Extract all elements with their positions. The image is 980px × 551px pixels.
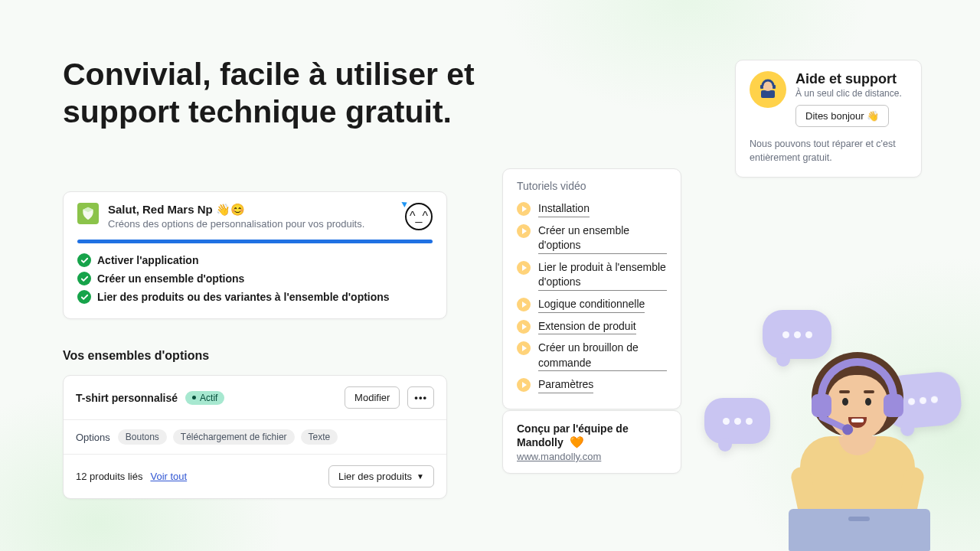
svg-rect-2 xyxy=(760,85,763,89)
option-set-card: T-shirt personnalisé Actif Modifier ••• … xyxy=(63,375,447,499)
option-sets-heading: Vos ensembles d'options xyxy=(63,349,209,363)
support-avatar-icon xyxy=(750,71,786,108)
support-person-illustration xyxy=(773,352,949,551)
help-subtitle: À un seul clic de distance. xyxy=(795,88,907,99)
play-icon xyxy=(517,298,531,311)
link-products-button[interactable]: Lier des produits ▼ xyxy=(328,465,434,487)
tutorial-link[interactable]: Logique conditionnelle xyxy=(538,297,645,313)
tutorial-link[interactable]: Créer un ensemble d'options xyxy=(538,223,667,254)
checkmark-icon xyxy=(77,290,91,304)
option-set-name: T-shirt personnalisé xyxy=(76,392,178,404)
checklist-label: Créer un ensemble d'options xyxy=(97,272,244,285)
checkmark-icon xyxy=(77,253,91,267)
help-footer-text: Nous pouvons tout réparer et c'est entiè… xyxy=(750,138,907,165)
credit-link[interactable]: www.mandolly.com xyxy=(517,451,667,462)
tutorials-card: Tutoriels vidéo Installation Créer un en… xyxy=(502,168,681,409)
edit-button[interactable]: Modifier xyxy=(345,386,400,409)
greeting-subtitle: Créons des options de personnalisation p… xyxy=(108,218,396,230)
checkmark-icon xyxy=(77,272,91,285)
greeting-title: Salut, Red Mars Np 👋😊 xyxy=(108,203,396,217)
onboarding-progress-bar xyxy=(77,240,433,243)
checklist-item: Lier des produits ou des variantes à l'e… xyxy=(77,288,433,306)
help-title: Aide et support xyxy=(795,71,907,87)
heart-icon: 🧡 xyxy=(570,435,584,448)
credit-card: Conçu par l'équipe de Mandolly 🧡 www.man… xyxy=(502,410,681,474)
app-logo-icon xyxy=(77,203,99,224)
option-chip: Texte xyxy=(301,429,338,445)
play-icon xyxy=(517,320,531,334)
chat-bubble-icon xyxy=(704,398,770,444)
page-headline: Convivial, facile à utiliser et support … xyxy=(63,56,492,131)
play-icon xyxy=(517,261,531,275)
tutorial-link[interactable]: Extension de produit xyxy=(538,319,636,335)
greeting-card: Salut, Red Mars Np 👋😊 Créons des options… xyxy=(63,191,447,319)
onboarding-checklist: Activer l'application Créer un ensemble … xyxy=(64,251,446,318)
option-chip: Téléchargement de fichier xyxy=(173,429,295,445)
tutorial-link[interactable]: Lier le produit à l'ensemble d'options xyxy=(538,260,667,291)
play-icon xyxy=(517,202,531,216)
caret-down-icon: ▼ xyxy=(416,472,424,481)
linked-products-count: 12 produits liés xyxy=(76,471,142,482)
tutorial-link[interactable]: Créer un brouillon de commande xyxy=(538,341,667,371)
play-icon xyxy=(517,378,531,392)
checklist-label: Lier des produits ou des variantes à l'e… xyxy=(97,291,390,303)
status-badge: Actif xyxy=(185,391,224,405)
checklist-label: Activer l'application xyxy=(97,254,198,266)
play-icon xyxy=(517,341,531,355)
options-label: Options xyxy=(76,432,110,443)
checklist-item: Activer l'application xyxy=(77,251,433,269)
tutorial-link[interactable]: Installation xyxy=(538,201,590,217)
tutorial-link[interactable]: Paramètres xyxy=(538,377,593,393)
svg-rect-3 xyxy=(773,85,776,89)
say-hello-button[interactable]: Dites bonjour 👋 xyxy=(795,105,889,127)
play-icon xyxy=(517,224,531,238)
greeting-avatar-icon: ^_^ xyxy=(405,203,433,230)
more-menu-button[interactable]: ••• xyxy=(407,386,434,409)
option-chip: Boutons xyxy=(118,429,167,445)
checklist-item: Créer un ensemble d'options xyxy=(77,269,433,288)
view-all-link[interactable]: Voir tout xyxy=(150,471,187,482)
tutorials-heading: Tutoriels vidéo xyxy=(517,180,667,192)
help-card: Aide et support À un seul clic de distan… xyxy=(735,60,922,178)
svg-rect-0 xyxy=(761,90,775,98)
